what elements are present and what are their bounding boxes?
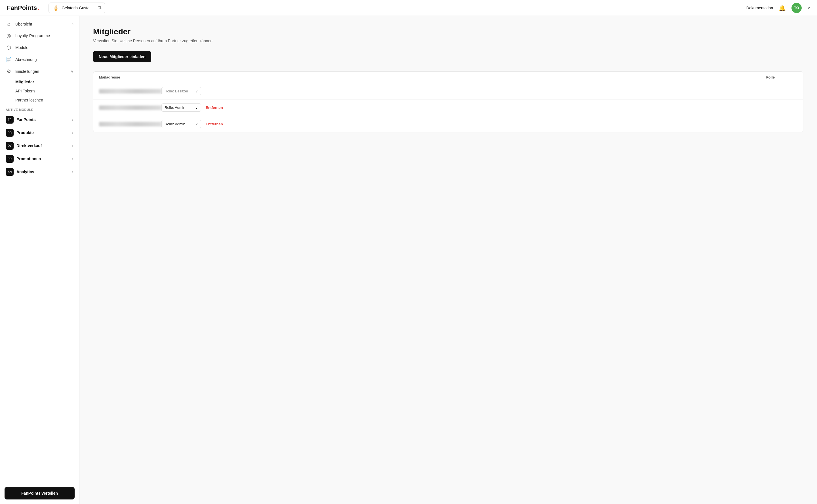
sidebar-item-module[interactable]: ⬡ Module xyxy=(0,42,79,54)
chevron-down-icon: ∨ xyxy=(195,105,198,110)
module-badge-pr: PR xyxy=(6,129,14,137)
chevron-right-icon: › xyxy=(72,156,73,161)
chevron-down-icon: ∨ xyxy=(71,69,73,74)
header: FanPoints. 🍦 Gelateria Gusto ⇅ Dokumenta… xyxy=(0,0,817,16)
store-icon: 🍦 xyxy=(52,5,59,11)
sidebar-item-label: Übersicht xyxy=(15,22,69,26)
module-label: Produkte xyxy=(16,130,69,135)
role-label: Rolle: Admin xyxy=(164,122,185,126)
role-label: Rolle: Admin xyxy=(164,105,185,110)
sidebar-item-uebersicht[interactable]: ⌂ Übersicht › xyxy=(0,18,79,30)
layout: ⌂ Übersicht › ◎ Loyalty-Programme ⬡ Modu… xyxy=(0,16,817,504)
invite-members-button[interactable]: Neue Mitglieder einladen xyxy=(93,51,151,62)
module-label: Direktverkauf xyxy=(16,143,69,148)
sidebar-footer: FanPoints verteilen xyxy=(0,482,79,504)
distribute-fanpoints-button[interactable]: FanPoints verteilen xyxy=(5,487,75,499)
store-selector[interactable]: 🍦 Gelateria Gusto ⇅ xyxy=(48,3,105,13)
table-header: Mailadresse Rolle xyxy=(93,72,803,83)
sidebar-item-label: Module xyxy=(15,45,73,50)
chevron-updown-icon: ⇅ xyxy=(98,5,101,10)
sidebar-sub-item-mitglieder[interactable]: Mitglieder xyxy=(0,77,79,86)
chevron-down-icon: ∨ xyxy=(195,89,198,93)
role-select-owner[interactable]: Rolle: Besitzer ∨ xyxy=(161,87,201,95)
sidebar-item-label: Loyalty-Programme xyxy=(15,33,73,38)
logo: FanPoints. xyxy=(7,4,39,12)
col-email-header: Mailadresse xyxy=(99,75,735,79)
main-content: Mitglieder Verwalten Sie, welche Persone… xyxy=(79,16,817,504)
remove-member-button[interactable]: Entfernen xyxy=(206,122,223,126)
email-blurred xyxy=(99,89,161,94)
table-row: Rolle: Admin ∨ Entfernen xyxy=(93,116,803,132)
sidebar-item-produkte[interactable]: PR Produkte › xyxy=(0,126,79,139)
chevron-right-icon: › xyxy=(72,117,73,122)
module-badge-fp: FP xyxy=(6,116,14,124)
chevron-right-icon: › xyxy=(72,143,73,148)
module-label: Promotionen xyxy=(16,156,69,161)
email-blurred xyxy=(99,105,161,110)
chevron-right-icon: › xyxy=(72,170,73,174)
sidebar-item-abrechnung[interactable]: 📄 Abrechnung xyxy=(0,54,79,65)
members-table: Mailadresse Rolle Rolle: Besitzer ∨ xyxy=(93,71,803,132)
chevron-right-icon: › xyxy=(72,22,73,26)
docs-link[interactable]: Dokumentation xyxy=(746,6,773,10)
row-actions: Rolle: Admin ∨ Entfernen xyxy=(161,103,223,112)
module-label: Analytics xyxy=(16,170,69,174)
sidebar-item-einstellungen[interactable]: ⚙ Einstellungen ∨ xyxy=(0,65,79,77)
header-left: FanPoints. 🍦 Gelateria Gusto ⇅ xyxy=(7,3,105,13)
role-select-admin[interactable]: Rolle: Admin ∨ xyxy=(161,120,201,128)
chevron-right-icon: › xyxy=(72,130,73,135)
header-divider xyxy=(44,3,44,12)
avatar[interactable]: TO xyxy=(791,3,802,13)
active-modules-label: Aktive Module xyxy=(0,105,79,113)
role-select-admin[interactable]: Rolle: Admin ∨ xyxy=(161,103,201,112)
sidebar-item-direktverkauf[interactable]: DV Direktverkauf › xyxy=(0,139,79,152)
billing-icon: 📄 xyxy=(6,56,12,63)
table-row: Rolle: Admin ∨ Entfernen xyxy=(93,99,803,116)
sidebar-sub-item-partner-loeschen[interactable]: Partner löschen xyxy=(0,96,79,105)
bell-icon[interactable]: 🔔 xyxy=(779,5,786,11)
module-badge-promo: PR xyxy=(6,155,14,163)
store-name: Gelateria Gusto xyxy=(62,6,96,10)
loyalty-icon: ◎ xyxy=(6,33,12,39)
sidebar-item-label: Einstellungen xyxy=(15,69,67,74)
sidebar: ⌂ Übersicht › ◎ Loyalty-Programme ⬡ Modu… xyxy=(0,16,79,504)
module-label: FanPoints xyxy=(16,117,69,122)
sidebar-item-loyalty[interactable]: ◎ Loyalty-Programme xyxy=(0,30,79,42)
role-label: Rolle: Besitzer xyxy=(164,89,188,93)
row-actions: Rolle: Besitzer ∨ xyxy=(161,87,223,95)
chevron-down-icon: ∨ xyxy=(195,122,198,126)
home-icon: ⌂ xyxy=(6,21,12,27)
logo-text: FanPoints xyxy=(7,4,37,12)
col-role-header: Rolle xyxy=(735,75,797,79)
sidebar-item-promotionen[interactable]: PR Promotionen › xyxy=(0,152,79,165)
module-badge-an: AN xyxy=(6,168,14,176)
header-right: Dokumentation 🔔 TO ∨ xyxy=(746,3,810,13)
logo-dot: . xyxy=(37,4,39,12)
gear-icon: ⚙ xyxy=(6,68,12,75)
remove-member-button[interactable]: Entfernen xyxy=(206,105,223,110)
row-actions: Rolle: Admin ∨ Entfernen xyxy=(161,120,223,128)
page-title: Mitglieder xyxy=(93,27,803,36)
sidebar-nav: ⌂ Übersicht › ◎ Loyalty-Programme ⬡ Modu… xyxy=(0,16,79,482)
sidebar-item-analytics[interactable]: AN Analytics › xyxy=(0,165,79,178)
module-icon: ⬡ xyxy=(6,45,12,51)
sidebar-sub-item-api-tokens[interactable]: API Tokens xyxy=(0,86,79,96)
module-badge-dv: DV xyxy=(6,142,14,150)
email-blurred xyxy=(99,122,161,126)
table-row: Rolle: Besitzer ∨ xyxy=(93,83,803,99)
page-subtitle: Verwalten Sie, welche Personen auf Ihren… xyxy=(93,39,803,43)
avatar-chevron-icon[interactable]: ∨ xyxy=(807,6,810,10)
sidebar-item-label: Abrechnung xyxy=(15,57,73,62)
sidebar-item-fanpoints[interactable]: FP FanPoints › xyxy=(0,113,79,126)
